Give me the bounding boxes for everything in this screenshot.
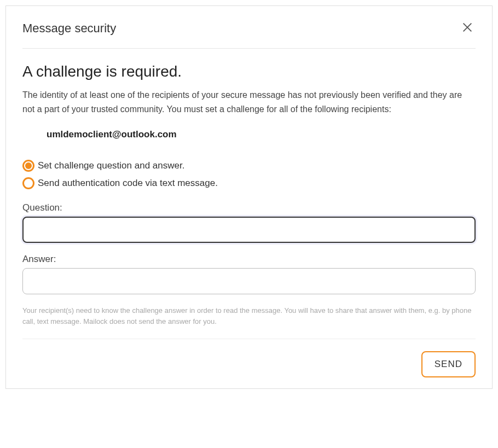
challenge-heading: A challenge is required. [22, 63, 476, 80]
dialog-footer: SEND [22, 339, 476, 377]
send-button[interactable]: SEND [421, 351, 476, 377]
radio-option-qa[interactable]: Set challenge question and answer. [22, 160, 476, 172]
question-input[interactable] [22, 217, 476, 243]
radio-option-sms[interactable]: Send authentication code via text messag… [22, 177, 476, 189]
dialog-title: Message security [22, 21, 116, 36]
answer-input[interactable] [22, 268, 476, 294]
recipient-email: umldemoclient@outlook.com [47, 129, 476, 140]
radio-icon [22, 160, 34, 172]
question-field-group: Question: [22, 202, 476, 243]
radio-label-qa: Set challenge question and answer. [38, 160, 184, 171]
dialog-header: Message security [22, 19, 476, 49]
hint-text: Your recipient(s) need to know the chall… [22, 305, 476, 327]
radio-label-sms: Send authentication code via text messag… [38, 178, 218, 189]
answer-field-group: Answer: [22, 254, 476, 294]
close-icon [461, 21, 473, 35]
challenge-description: The identity of at least one of the reci… [22, 88, 476, 116]
radio-icon [22, 177, 34, 189]
challenge-method-group: Set challenge question and answer. Send … [22, 160, 476, 189]
close-button[interactable] [459, 19, 476, 37]
question-label: Question: [22, 202, 476, 213]
message-security-dialog: Message security A challenge is required… [5, 5, 493, 389]
answer-label: Answer: [22, 254, 476, 265]
